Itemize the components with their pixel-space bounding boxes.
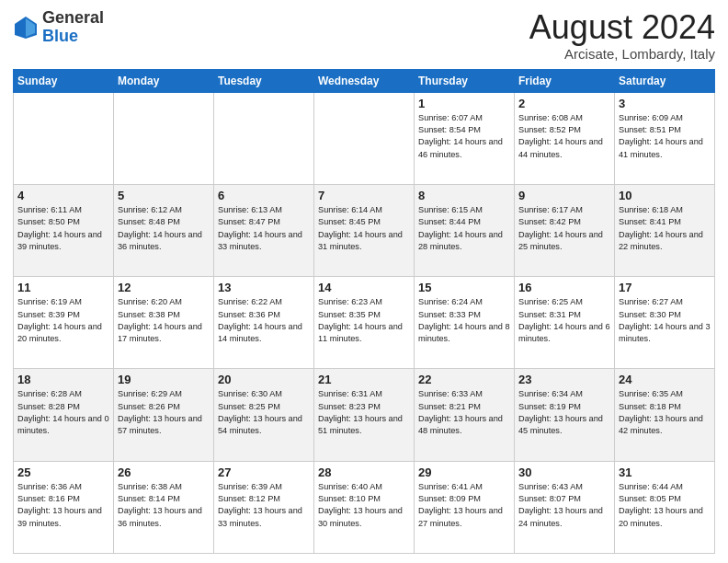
table-row: 16Sunrise: 6:25 AM Sunset: 8:31 PM Dayli… bbox=[515, 277, 615, 369]
table-row: 3Sunrise: 6:09 AM Sunset: 8:51 PM Daylig… bbox=[615, 92, 715, 184]
header: GeneralBlue August 2024 Arcisate, Lombar… bbox=[13, 9, 715, 62]
table-row: 4Sunrise: 6:11 AM Sunset: 8:50 PM Daylig… bbox=[14, 184, 114, 276]
day-info: Sunrise: 6:09 AM Sunset: 8:51 PM Dayligh… bbox=[619, 112, 711, 161]
col-tuesday: Tuesday bbox=[214, 69, 314, 92]
table-row: 18Sunrise: 6:28 AM Sunset: 8:28 PM Dayli… bbox=[14, 369, 114, 461]
day-number: 7 bbox=[318, 189, 410, 202]
day-info: Sunrise: 6:07 AM Sunset: 8:54 PM Dayligh… bbox=[418, 112, 510, 161]
day-number: 16 bbox=[518, 281, 610, 294]
table-row: 17Sunrise: 6:27 AM Sunset: 8:30 PM Dayli… bbox=[615, 277, 715, 369]
day-info: Sunrise: 6:17 AM Sunset: 8:42 PM Dayligh… bbox=[518, 204, 610, 253]
month-year: August 2024 bbox=[529, 9, 715, 46]
day-number: 31 bbox=[619, 465, 711, 479]
table-row: 20Sunrise: 6:30 AM Sunset: 8:25 PM Dayli… bbox=[214, 369, 314, 461]
table-row: 6Sunrise: 6:13 AM Sunset: 8:47 PM Daylig… bbox=[214, 184, 314, 276]
table-row: 13Sunrise: 6:22 AM Sunset: 8:36 PM Dayli… bbox=[214, 277, 314, 369]
calendar-week-row: 18Sunrise: 6:28 AM Sunset: 8:28 PM Dayli… bbox=[14, 369, 715, 461]
day-info: Sunrise: 6:24 AM Sunset: 8:33 PM Dayligh… bbox=[418, 296, 510, 345]
day-info: Sunrise: 6:28 AM Sunset: 8:28 PM Dayligh… bbox=[17, 388, 109, 437]
day-number: 20 bbox=[218, 373, 310, 386]
day-info: Sunrise: 6:23 AM Sunset: 8:35 PM Dayligh… bbox=[318, 296, 410, 345]
table-row bbox=[214, 92, 314, 184]
table-row: 19Sunrise: 6:29 AM Sunset: 8:26 PM Dayli… bbox=[114, 369, 214, 461]
table-row bbox=[314, 92, 415, 184]
day-info: Sunrise: 6:27 AM Sunset: 8:30 PM Dayligh… bbox=[619, 296, 711, 345]
table-row: 2Sunrise: 6:08 AM Sunset: 8:52 PM Daylig… bbox=[515, 92, 615, 184]
day-info: Sunrise: 6:13 AM Sunset: 8:47 PM Dayligh… bbox=[218, 204, 310, 253]
table-row: 8Sunrise: 6:15 AM Sunset: 8:44 PM Daylig… bbox=[415, 184, 515, 276]
day-number: 22 bbox=[418, 373, 510, 386]
day-info: Sunrise: 6:20 AM Sunset: 8:38 PM Dayligh… bbox=[118, 296, 210, 345]
table-row: 27Sunrise: 6:39 AM Sunset: 8:12 PM Dayli… bbox=[214, 461, 314, 553]
day-number: 9 bbox=[518, 189, 610, 202]
day-info: Sunrise: 6:11 AM Sunset: 8:50 PM Dayligh… bbox=[17, 204, 109, 253]
day-number: 13 bbox=[218, 281, 310, 294]
day-info: Sunrise: 6:36 AM Sunset: 8:16 PM Dayligh… bbox=[17, 481, 109, 530]
day-info: Sunrise: 6:22 AM Sunset: 8:36 PM Dayligh… bbox=[218, 296, 310, 345]
table-row: 23Sunrise: 6:34 AM Sunset: 8:19 PM Dayli… bbox=[515, 369, 615, 461]
logo-text: GeneralBlue bbox=[42, 9, 104, 46]
logo: GeneralBlue bbox=[13, 9, 104, 46]
table-row: 25Sunrise: 6:36 AM Sunset: 8:16 PM Dayli… bbox=[14, 461, 114, 553]
col-saturday: Saturday bbox=[615, 69, 715, 92]
table-row: 15Sunrise: 6:24 AM Sunset: 8:33 PM Dayli… bbox=[415, 277, 515, 369]
day-info: Sunrise: 6:14 AM Sunset: 8:45 PM Dayligh… bbox=[318, 204, 410, 253]
day-info: Sunrise: 6:35 AM Sunset: 8:18 PM Dayligh… bbox=[619, 388, 711, 437]
day-number: 23 bbox=[518, 373, 610, 386]
table-row: 29Sunrise: 6:41 AM Sunset: 8:09 PM Dayli… bbox=[415, 461, 515, 553]
table-row: 28Sunrise: 6:40 AM Sunset: 8:10 PM Dayli… bbox=[314, 461, 415, 553]
table-row: 12Sunrise: 6:20 AM Sunset: 8:38 PM Dayli… bbox=[114, 277, 214, 369]
day-number: 30 bbox=[518, 465, 610, 479]
calendar-week-row: 25Sunrise: 6:36 AM Sunset: 8:16 PM Dayli… bbox=[14, 461, 715, 553]
day-info: Sunrise: 6:12 AM Sunset: 8:48 PM Dayligh… bbox=[118, 204, 210, 253]
day-info: Sunrise: 6:19 AM Sunset: 8:39 PM Dayligh… bbox=[17, 296, 109, 345]
day-number: 19 bbox=[118, 373, 210, 386]
day-number: 25 bbox=[17, 465, 109, 479]
table-row: 5Sunrise: 6:12 AM Sunset: 8:48 PM Daylig… bbox=[114, 184, 214, 276]
table-row: 10Sunrise: 6:18 AM Sunset: 8:41 PM Dayli… bbox=[615, 184, 715, 276]
day-number: 10 bbox=[619, 189, 711, 202]
calendar: Sunday Monday Tuesday Wednesday Thursday… bbox=[13, 69, 715, 554]
day-number: 8 bbox=[418, 189, 510, 202]
day-number: 18 bbox=[17, 373, 109, 386]
day-number: 1 bbox=[418, 97, 510, 110]
day-info: Sunrise: 6:30 AM Sunset: 8:25 PM Dayligh… bbox=[218, 388, 310, 437]
col-thursday: Thursday bbox=[415, 69, 515, 92]
day-info: Sunrise: 6:33 AM Sunset: 8:21 PM Dayligh… bbox=[418, 388, 510, 437]
day-number: 15 bbox=[418, 281, 510, 294]
day-number: 12 bbox=[118, 281, 210, 294]
location: Arcisate, Lombardy, Italy bbox=[529, 46, 715, 62]
calendar-week-row: 1Sunrise: 6:07 AM Sunset: 8:54 PM Daylig… bbox=[14, 92, 715, 184]
day-info: Sunrise: 6:39 AM Sunset: 8:12 PM Dayligh… bbox=[218, 481, 310, 530]
day-info: Sunrise: 6:29 AM Sunset: 8:26 PM Dayligh… bbox=[118, 388, 210, 437]
day-info: Sunrise: 6:40 AM Sunset: 8:10 PM Dayligh… bbox=[318, 481, 410, 530]
col-friday: Friday bbox=[515, 69, 615, 92]
logo-icon bbox=[13, 15, 39, 40]
table-row: 30Sunrise: 6:43 AM Sunset: 8:07 PM Dayli… bbox=[515, 461, 615, 553]
day-info: Sunrise: 6:41 AM Sunset: 8:09 PM Dayligh… bbox=[418, 481, 510, 530]
table-row: 24Sunrise: 6:35 AM Sunset: 8:18 PM Dayli… bbox=[615, 369, 715, 461]
table-row: 9Sunrise: 6:17 AM Sunset: 8:42 PM Daylig… bbox=[515, 184, 615, 276]
title-block: August 2024 Arcisate, Lombardy, Italy bbox=[529, 9, 715, 62]
day-info: Sunrise: 6:31 AM Sunset: 8:23 PM Dayligh… bbox=[318, 388, 410, 437]
col-wednesday: Wednesday bbox=[314, 69, 415, 92]
calendar-week-row: 4Sunrise: 6:11 AM Sunset: 8:50 PM Daylig… bbox=[14, 184, 715, 276]
page: GeneralBlue August 2024 Arcisate, Lombar… bbox=[0, 0, 728, 563]
calendar-body: 1Sunrise: 6:07 AM Sunset: 8:54 PM Daylig… bbox=[14, 92, 715, 553]
day-info: Sunrise: 6:15 AM Sunset: 8:44 PM Dayligh… bbox=[418, 204, 510, 253]
table-row: 31Sunrise: 6:44 AM Sunset: 8:05 PM Dayli… bbox=[615, 461, 715, 553]
day-number: 27 bbox=[218, 465, 310, 479]
day-number: 26 bbox=[118, 465, 210, 479]
table-row bbox=[114, 92, 214, 184]
day-info: Sunrise: 6:43 AM Sunset: 8:07 PM Dayligh… bbox=[518, 481, 610, 530]
calendar-week-row: 11Sunrise: 6:19 AM Sunset: 8:39 PM Dayli… bbox=[14, 277, 715, 369]
day-number: 14 bbox=[318, 281, 410, 294]
day-number: 4 bbox=[17, 189, 109, 202]
table-row: 11Sunrise: 6:19 AM Sunset: 8:39 PM Dayli… bbox=[14, 277, 114, 369]
col-sunday: Sunday bbox=[14, 69, 114, 92]
day-number: 21 bbox=[318, 373, 410, 386]
col-monday: Monday bbox=[114, 69, 214, 92]
table-row: 1Sunrise: 6:07 AM Sunset: 8:54 PM Daylig… bbox=[415, 92, 515, 184]
table-row: 14Sunrise: 6:23 AM Sunset: 8:35 PM Dayli… bbox=[314, 277, 415, 369]
day-info: Sunrise: 6:18 AM Sunset: 8:41 PM Dayligh… bbox=[619, 204, 711, 253]
